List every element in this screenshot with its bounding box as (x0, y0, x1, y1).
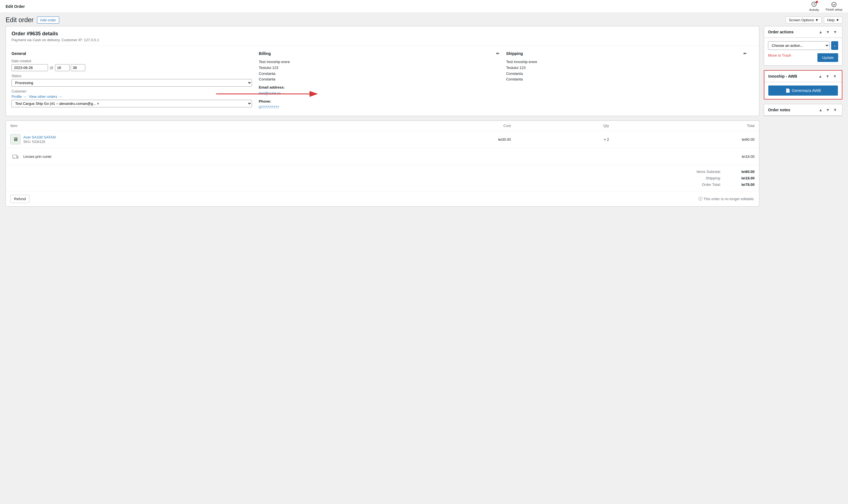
innoship-body: 📄 Genereaza AWB (764, 82, 842, 99)
order-actions-title: Order actions (768, 30, 794, 34)
finish-setup-nav-item[interactable]: Finish setup (826, 2, 842, 11)
date-input-row: @ (12, 64, 252, 71)
order-notes-title: Order notes (768, 108, 790, 112)
order-actions-card: Order actions ▲ ▼ ▼ Choose an action... … (764, 26, 842, 66)
billing-address: Test Innoship erere Testului 123 Constan… (259, 59, 499, 110)
collapse-down-button[interactable]: ▼ (825, 29, 831, 35)
product-sku: SKU: 5334126 (23, 140, 56, 144)
general-heading: General (12, 51, 252, 56)
page-title: Edit order (6, 16, 34, 24)
items-table: Item Cost Qty Total 🖥 (6, 121, 759, 165)
qty-col-header: Qty (516, 121, 613, 131)
billing-email-link[interactable]: test@curie.ro (259, 91, 281, 95)
help-button[interactable]: Help ▼ (824, 17, 842, 23)
order-sections: General Date created: @ Status: (6, 46, 759, 116)
innoship-header: Innoship - AWB ▲ ▼ ▼ (764, 71, 842, 82)
product-item-cell: 🖥 Acer SA100 SATAIII SKU: 5334126 (6, 131, 370, 148)
chevron-down-icon: ▼ (815, 18, 819, 22)
collapse-up-button[interactable]: ▲ (817, 29, 824, 35)
shipping-total-value: lei18.00 (732, 176, 755, 180)
view-orders-link[interactable]: View other orders → (29, 94, 62, 99)
total-col-header: Total (613, 121, 759, 131)
item-col-header: Item (6, 121, 370, 131)
close-panel-button[interactable]: ▼ (832, 29, 838, 35)
date-input[interactable] (12, 64, 48, 71)
order-total-label: Order Total: (687, 182, 721, 187)
order-details-card: Order #9635 details Payment via Cash on … (6, 26, 759, 116)
finish-setup-label: Finish setup (826, 8, 842, 11)
innoship-collapse-up-button[interactable]: ▲ (817, 73, 823, 79)
time-hour-input[interactable] (55, 64, 70, 71)
time-minute-input[interactable] (71, 64, 85, 71)
admin-bar-title: Edit Order (6, 4, 25, 9)
refund-button[interactable]: Refund (11, 195, 30, 203)
product-item-content: 🖥 Acer SA100 SATAIII SKU: 5334126 (11, 134, 365, 144)
order-total-row: Order Total: lei78.00 (6, 181, 759, 188)
genereaza-awb-button[interactable]: 📄 Genereaza AWB (768, 86, 838, 95)
notes-close-button[interactable]: ▼ (832, 107, 838, 113)
shipping-item-content: Livrare prin curier (11, 151, 365, 161)
billing-phone-link[interactable]: 0777777777 (259, 105, 279, 109)
shipping-cost-cell (370, 148, 516, 165)
product-name-link[interactable]: Acer SA100 SATAIII (23, 135, 56, 139)
status-label: Status: (12, 74, 252, 78)
product-total-cell: lei60.00 (613, 131, 759, 148)
move-to-trash-link[interactable]: Move to Trash (768, 53, 791, 57)
shipping-total-label: Shipping: (687, 176, 721, 180)
status-field: Status: Processing (12, 74, 252, 87)
at-symbol: @ (50, 66, 53, 70)
info-icon: ⓘ (698, 197, 703, 201)
svg-rect-2 (13, 155, 17, 158)
billing-edit-icon[interactable]: ✏ (496, 51, 500, 56)
action-select-row: Choose an action... › (768, 41, 838, 50)
order-title: Order #9635 details (12, 31, 754, 37)
update-button[interactable]: Update (817, 53, 838, 62)
product-thumbnail: 🖥 (11, 134, 20, 144)
shipping-edit-icon[interactable]: ✏ (743, 51, 747, 56)
page-header-right: Screen Options ▼ Help ▼ (786, 17, 842, 23)
order-actions-header: Order actions ▲ ▼ ▼ (764, 26, 842, 38)
items-card: Item Cost Qty Total 🖥 (6, 121, 759, 206)
actions-footer: Move to Trash Update (768, 53, 838, 62)
status-select[interactable]: Processing (12, 79, 252, 87)
svg-point-4 (17, 158, 18, 159)
shipping-qty-cell (516, 148, 613, 165)
product-qty-cell: × 2 (516, 131, 613, 148)
cost-col-header: Cost (370, 121, 516, 131)
order-actions-body: Choose an action... › Move to Trash Upda… (764, 38, 842, 65)
activity-nav-item[interactable]: Activity (809, 1, 819, 12)
innoship-close-button[interactable]: ▼ (832, 73, 838, 79)
page-header-left: Edit order Add order (6, 16, 59, 24)
shipping-heading: Shipping ✏ (506, 51, 747, 56)
action-go-button[interactable]: › (831, 41, 838, 50)
notes-collapse-down-button[interactable]: ▼ (825, 107, 831, 113)
innoship-collapse-down-button[interactable]: ▼ (825, 73, 831, 79)
chevron-down-icon: ▼ (836, 18, 839, 22)
shipping-name: Livrare prin curier (23, 155, 52, 159)
main-content: Order #9635 details Payment via Cash on … (0, 26, 848, 212)
admin-bar: Edit Order Activity Finish setup (0, 0, 848, 13)
customer-links: Profile → View other orders → (12, 94, 252, 99)
shipping-section: Shipping ✏ Test Innoship erere Testului … (506, 51, 754, 110)
profile-link[interactable]: Profile → (12, 94, 27, 99)
footer-actions: Refund ⓘ This order is no longer editabl… (6, 191, 759, 206)
order-details-header: Order #9635 details Payment via Cash on … (6, 26, 759, 46)
table-row: Livrare prin curier lei18.00 (6, 148, 759, 165)
subtotal-row: Items Subtotal: lei60.00 (6, 168, 759, 175)
customer-select[interactable]: Test Cargus Ship Go (#1 – alexandru.coma… (12, 100, 252, 107)
screen-options-button[interactable]: Screen Options ▼ (786, 17, 821, 23)
innoship-title: Innoship - AWB (768, 74, 797, 78)
shipping-address: Test Innoship erere Testului 123 Constan… (506, 59, 747, 83)
date-label: Date created: (12, 59, 252, 63)
order-subtitle: Payment via Cash on delivery. Customer I… (12, 38, 754, 42)
order-notes-card: Order notes ▲ ▼ ▼ (764, 104, 842, 116)
table-row: 🖥 Acer SA100 SATAIII SKU: 5334126 lei30.… (6, 131, 759, 148)
general-section: General Date created: @ Status: (12, 51, 259, 110)
add-order-button[interactable]: Add order (37, 17, 59, 23)
innoship-controls: ▲ ▼ ▼ (817, 73, 838, 79)
notes-collapse-up-button[interactable]: ▲ (817, 107, 824, 113)
innoship-card: Innoship - AWB ▲ ▼ ▼ 📄 Genereaza AWB (764, 70, 842, 100)
product-image-icon: 🖥 (13, 137, 18, 142)
subtotal-value: lei60.00 (732, 169, 755, 174)
action-select[interactable]: Choose an action... (768, 41, 830, 50)
